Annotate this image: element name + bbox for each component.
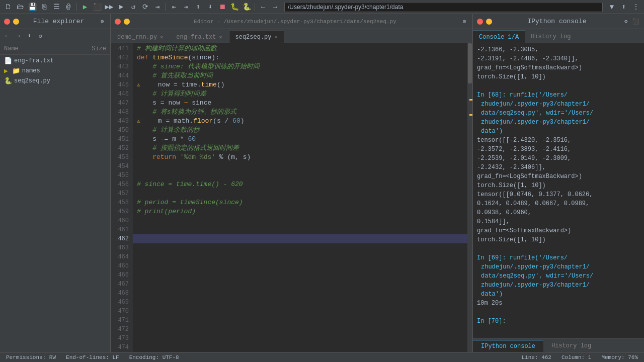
editor-close-dot[interactable] [115, 19, 121, 25]
tab-console-1a[interactable]: Console 1/A [473, 31, 525, 43]
step2-icon[interactable]: ⟳ [140, 2, 150, 12]
console-line: 0.0938, 0.0960, [477, 208, 640, 217]
list-item[interactable]: 🐍 seq2seq.py [0, 76, 110, 86]
save-all-icon[interactable]: ⎘ [39, 2, 49, 12]
tab-history-log[interactable]: History log [525, 31, 577, 43]
folder-icon: ▶ 📁 [4, 67, 20, 75]
editor-minimize-dot[interactable] [124, 19, 130, 25]
forward-nav-icon[interactable]: → [13, 31, 23, 41]
main-container: File explorer ⚙ ← → ⬆ ↺ Name Size 📄 eng-… [0, 14, 644, 352]
line-num: 448 [111, 108, 129, 117]
code-line-473 [133, 334, 467, 343]
separator-2 [166, 3, 166, 11]
file-tree: 📄 eng-fra.txt ▶ 📁 names 🐍 seq2seq.py [0, 55, 110, 352]
close-dot[interactable] [4, 19, 10, 25]
nav-up-icon[interactable]: ⬆ [619, 2, 629, 12]
code-line-462[interactable] [133, 234, 467, 243]
open-file-icon[interactable]: 🗁 [15, 2, 25, 12]
at-icon[interactable]: @ [63, 2, 73, 12]
code-line-459: # print(period) [133, 207, 467, 216]
console-in-70: In [70]: [477, 317, 640, 326]
line-endings-status: End-of-lines: LF [66, 354, 119, 360]
line-num: 456 [111, 180, 129, 189]
back-icon[interactable]: ← [258, 2, 268, 12]
nav-options-icon[interactable]: ⋮ [631, 2, 641, 12]
line-num: 442 [111, 53, 129, 62]
line-num: 462 [111, 234, 129, 243]
tab-close-icon[interactable]: ✕ [160, 34, 163, 40]
console-line: -2.2432, -2.3406]], [477, 163, 640, 172]
debugger-icon[interactable]: 🐛 [229, 2, 239, 12]
tab-eng-fra[interactable]: eng-fra.txt ✕ [170, 31, 228, 43]
outdent-icon[interactable]: ⇥ [181, 2, 191, 12]
refresh-icon[interactable]: ↺ [35, 31, 45, 41]
back-nav-icon[interactable]: ← [2, 31, 12, 41]
python-icon[interactable]: 🐍 [242, 2, 252, 12]
move-up-icon[interactable]: ⬆ [193, 2, 203, 12]
editor-scrollbar[interactable] [467, 43, 472, 352]
tab-demo-rnn[interactable]: demo_rnn.py ✕ [111, 31, 170, 43]
minimize-dot[interactable] [13, 19, 19, 25]
code-line-474 [133, 343, 467, 352]
line-num: 453 [111, 153, 129, 162]
tools-icon[interactable]: ⇥ [152, 2, 163, 12]
list-item[interactable]: 📄 eng-fra.txt [0, 56, 110, 66]
line-num: 458 [111, 198, 129, 207]
path-dropdown-icon[interactable]: ▼ [607, 2, 617, 12]
console-options-icon[interactable]: ⚙ [622, 18, 630, 26]
move-down-icon[interactable]: ⬇ [205, 2, 215, 12]
stop-icon[interactable]: ⏹ [217, 2, 227, 12]
line-num: 466 [111, 270, 129, 280]
tab-ipython-bottom[interactable]: IPython console [473, 340, 543, 352]
console-close-dot[interactable] [477, 19, 483, 25]
warning-marker-2 [469, 114, 472, 116]
code-line-449: ⚠ m = math.floor(s / 60) [133, 117, 467, 126]
warning-marker-1 [469, 99, 472, 101]
console-line: torch.Size([1, 10]) [477, 235, 640, 244]
console-line: data/seq2seq.py', wdir='/Users/ [477, 272, 640, 281]
console-line: 0.1584]], [477, 217, 640, 226]
run-config-icon[interactable]: ⬛ [92, 2, 102, 12]
list-icon[interactable]: ☰ [51, 2, 61, 12]
console-blank [477, 81, 640, 90]
indent-icon[interactable]: ⇤ [169, 2, 179, 12]
save-icon[interactable]: 💾 [27, 2, 37, 12]
run-selection-icon[interactable]: ► [116, 2, 126, 12]
step-icon[interactable]: ↺ [128, 2, 138, 12]
console-line: data') [477, 127, 640, 136]
console-line: -2.3191, -2.4486, -2.3340]], [477, 54, 640, 63]
code-line-460 [133, 216, 467, 225]
file-tree-header: Name Size [0, 43, 110, 55]
console-line: data/seq2seq.py', wdir='/Users/ [477, 109, 640, 118]
tab-label: eng-fra.txt [176, 34, 216, 41]
tab-close-icon[interactable]: ✕ [275, 34, 278, 40]
up-dir-icon[interactable]: ⬆ [24, 31, 34, 41]
forward-icon[interactable]: → [270, 2, 280, 12]
list-item[interactable]: ▶ 📁 names [0, 66, 110, 76]
code-content[interactable]: # 构建时间计算的辅助函数 def timeSince(since): # si… [133, 43, 467, 352]
tab-close-icon[interactable]: ✕ [219, 34, 222, 40]
console-minimize-dot[interactable] [486, 19, 492, 25]
console-line: zhudejun/.spyder-py3/chapter1/ [477, 100, 640, 109]
line-num: 469 [111, 298, 129, 307]
tab-label: demo_rnn.py [117, 34, 157, 41]
tab-seq2seq[interactable]: seq2seq.py ✕ [229, 31, 284, 43]
column-status: Column: 1 [561, 354, 591, 360]
editor-options-icon[interactable]: ⚙ [460, 18, 468, 26]
line-num: 459 [111, 207, 129, 216]
warning-icon-445: ⚠ [137, 80, 140, 89]
new-file-icon[interactable]: 🗋 [3, 2, 13, 12]
tab-history-bottom[interactable]: History log [543, 340, 599, 352]
run-icon[interactable]: ▶ [80, 2, 90, 12]
console-maximize-icon[interactable]: ⬛ [632, 18, 640, 26]
editor-scrollbar-thumb[interactable] [468, 43, 472, 83]
code-line-441: # 构建时间计算的辅助函数 [133, 44, 467, 53]
ipython-tab-label: IPython console [481, 343, 535, 350]
name-column-header: Name [4, 45, 81, 52]
console-title: IPython console [527, 18, 586, 25]
path-input[interactable] [284, 2, 603, 12]
run-cell-icon[interactable]: ▶▶ [104, 2, 114, 12]
console-line: zhudejun/.spyder-py3/chapter1/ [477, 118, 640, 127]
options-icon[interactable]: ⚙ [98, 18, 106, 26]
line-num: 474 [111, 343, 129, 352]
